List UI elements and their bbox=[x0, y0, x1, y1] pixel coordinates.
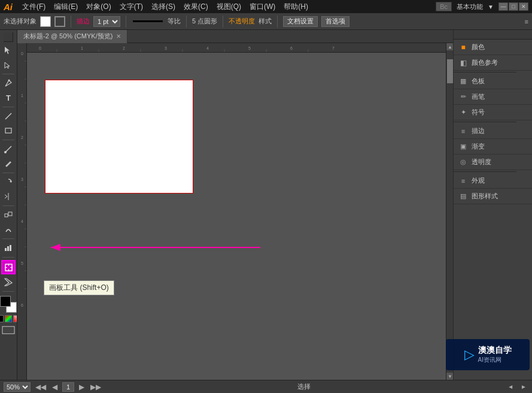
vertical-scrollbar[interactable]: ▲ ▼ bbox=[446, 43, 453, 380]
watermark: ▷ 澳澳自学 AI资讯网 bbox=[453, 339, 530, 370]
panel-label-graphic-style: 图形样式 bbox=[472, 192, 498, 201]
win-close[interactable]: ✕ bbox=[519, 2, 528, 11]
prev-btn[interactable]: ◀ bbox=[51, 383, 59, 391]
fg-color-swatch[interactable] bbox=[0, 296, 11, 307]
panel-label-symbol: 符号 bbox=[472, 108, 485, 117]
stroke-icon: ≡ bbox=[458, 126, 468, 136]
menu-object[interactable]: 对象(O) bbox=[83, 1, 114, 13]
win-restore[interactable]: □ bbox=[509, 2, 518, 11]
graph-tool[interactable] bbox=[2, 241, 15, 255]
panel-item-symbol[interactable]: ✦ 符号 bbox=[454, 105, 532, 120]
pattern-swatch[interactable] bbox=[13, 315, 17, 322]
type-tool[interactable]: T bbox=[2, 91, 15, 104]
svg-text:4: 4 bbox=[206, 46, 209, 50]
artboard-tool[interactable] bbox=[1, 260, 16, 274]
none-swatch[interactable] bbox=[0, 315, 4, 322]
gradient-swatch[interactable] bbox=[5, 315, 12, 322]
options-more[interactable]: ≡ bbox=[525, 18, 528, 25]
tab-close[interactable]: ✕ bbox=[116, 33, 121, 40]
panel-sep-1 bbox=[454, 72, 516, 72]
paintbrush-tool[interactable] bbox=[2, 143, 15, 156]
svg-text:3: 3 bbox=[21, 177, 23, 182]
next-btn[interactable]: ▶ bbox=[78, 383, 86, 391]
svg-rect-17 bbox=[4, 328, 13, 332]
tabs-bar: 未标题-2 @ 50% (CMYK/预览) ✕ bbox=[17, 30, 453, 43]
tab-document[interactable]: 未标题-2 @ 50% (CMYK/预览) ✕ bbox=[17, 30, 127, 43]
menu-help[interactable]: 帮助(H) bbox=[280, 1, 312, 13]
prefs-btn[interactable]: 首选项 bbox=[321, 16, 349, 27]
svg-marker-4 bbox=[10, 180, 11, 183]
swatches-icon: ▦ bbox=[458, 77, 468, 86]
svg-rect-2 bbox=[5, 128, 11, 133]
bottom-right-arrow[interactable]: ► bbox=[519, 383, 528, 390]
panel-item-brush[interactable]: ✏ 画笔 bbox=[454, 89, 532, 105]
panel-label-stroke: 描边 bbox=[472, 126, 485, 135]
menu-effect[interactable]: 效果(C) bbox=[180, 1, 212, 13]
svg-text:6: 6 bbox=[290, 46, 293, 50]
zoom-select[interactable]: 50% 100% 200% bbox=[4, 382, 31, 392]
menu-bar[interactable]: 文件(F) 编辑(E) 对象(O) 文字(T) 选择(S) 效果(C) 视图(Q… bbox=[19, 1, 312, 13]
bottom-left-arrow[interactable]: ◄ bbox=[506, 383, 515, 390]
panel-item-gradient[interactable]: ▣ 渐变 bbox=[454, 139, 532, 155]
svg-text:5: 5 bbox=[21, 261, 23, 265]
ratio-label: 等比 bbox=[168, 17, 181, 26]
menu-type[interactable]: 文字(T) bbox=[116, 1, 147, 13]
panel-item-transparency[interactable]: ◎ 透明度 bbox=[454, 155, 532, 170]
menu-select[interactable]: 选择(S) bbox=[148, 1, 179, 13]
brush-icon: ✏ bbox=[458, 92, 468, 102]
window-controls: — □ ✕ bbox=[498, 2, 528, 11]
stroke-swatch[interactable] bbox=[54, 16, 65, 27]
pen-tool[interactable] bbox=[2, 77, 15, 90]
title-bar: Ai 文件(F) 编辑(E) 对象(O) 文字(T) 选择(S) 效果(C) 视… bbox=[0, 0, 532, 13]
scroll-thumb[interactable] bbox=[447, 59, 453, 83]
panel-item-color-ref[interactable]: ◧ 颜色参考 bbox=[454, 55, 532, 71]
workspace-dropdown[interactable]: ▼ bbox=[488, 4, 494, 10]
toolbar-separator-5 bbox=[2, 205, 14, 206]
left-toolbar: T bbox=[0, 30, 17, 380]
svg-text:7: 7 bbox=[332, 46, 335, 50]
menu-edit[interactable]: 编辑(E) bbox=[50, 1, 81, 13]
toolbar-separator-1 bbox=[2, 74, 14, 74]
pencil-tool[interactable] bbox=[2, 157, 15, 170]
panel-item-appearance[interactable]: ≡ 外观 bbox=[454, 173, 532, 189]
watermark-title: 澳澳自学 bbox=[478, 345, 512, 356]
stroke-label: 描边 bbox=[77, 17, 90, 26]
win-minimize[interactable]: — bbox=[498, 2, 508, 11]
warp-tool[interactable] bbox=[2, 223, 15, 236]
stroke-size-select[interactable]: 1 pt bbox=[93, 16, 120, 27]
workspace-label: 基本功能 bbox=[457, 2, 483, 11]
panel-label-appearance: 外观 bbox=[472, 176, 485, 185]
canvas-area[interactable]: 画板工具 (Shift+O) bbox=[27, 53, 446, 380]
artboard-tool-tooltip: 画板工具 (Shift+O) bbox=[44, 280, 114, 295]
stroke-preview bbox=[133, 20, 163, 22]
direct-select-tool[interactable] bbox=[2, 58, 15, 71]
main-layout: T bbox=[0, 30, 532, 380]
rotate-tool[interactable] bbox=[2, 176, 15, 189]
svg-text:5: 5 bbox=[248, 46, 251, 50]
next-page-btn[interactable]: ▶▶ bbox=[89, 383, 102, 391]
panel-item-graphic-style[interactable]: ▤ 图形样式 bbox=[454, 189, 532, 204]
panel-item-stroke[interactable]: ≡ 描边 bbox=[454, 123, 532, 139]
canvas-container: 未标题-2 @ 50% (CMYK/预览) ✕ 0 1 2 bbox=[17, 30, 453, 380]
ruler-corner bbox=[4, 32, 13, 42]
doc-setup-btn[interactable]: 文档设置 bbox=[283, 16, 318, 27]
scale-tool[interactable] bbox=[2, 208, 15, 222]
scroll-track bbox=[446, 50, 453, 373]
menu-view[interactable]: 视图(Q) bbox=[213, 1, 245, 13]
panel-item-swatches[interactable]: ▦ 色板 bbox=[454, 74, 532, 89]
prev-page-btn[interactable]: ◀◀ bbox=[34, 383, 47, 391]
opacity-label: 不透明度 bbox=[229, 17, 255, 26]
line-tool[interactable] bbox=[2, 110, 15, 123]
symbol-icon: ✦ bbox=[458, 108, 468, 117]
watermark-subtitle: AI资讯网 bbox=[478, 356, 512, 364]
fill-swatch[interactable] bbox=[40, 16, 51, 27]
panel-item-color[interactable]: ■ 颜色 bbox=[454, 40, 532, 55]
selection-tool[interactable] bbox=[2, 44, 15, 57]
slice-tool[interactable] bbox=[2, 276, 15, 289]
mirror-tool[interactable] bbox=[2, 190, 15, 203]
page-number-input[interactable] bbox=[62, 382, 74, 392]
screen-mode-btn[interactable] bbox=[2, 326, 15, 336]
menu-file[interactable]: 文件(F) bbox=[19, 1, 49, 13]
menu-window[interactable]: 窗口(W) bbox=[246, 1, 279, 13]
rect-tool[interactable] bbox=[2, 124, 15, 137]
